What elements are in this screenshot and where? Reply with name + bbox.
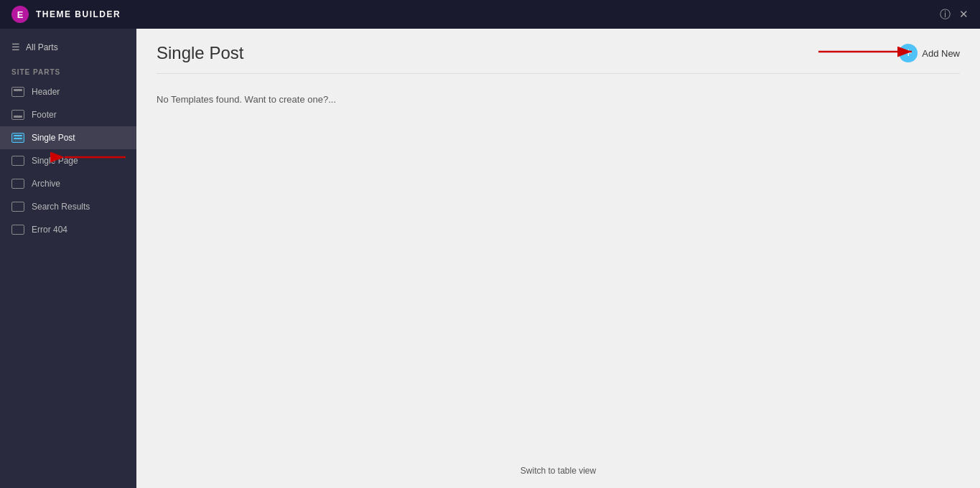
info-icon[interactable]: ⓘ [940, 8, 951, 22]
add-new-label: Add New [922, 48, 960, 59]
sidebar-item-label: Single Page [32, 156, 78, 166]
error-404-icon [11, 225, 24, 235]
single-page-icon [11, 156, 24, 166]
search-results-icon [11, 202, 24, 212]
sidebar-item-label: Header [32, 87, 60, 97]
sidebar-item-label: Archive [32, 179, 60, 189]
sidebar-item-single-post[interactable]: Single Post [0, 126, 136, 149]
footer-icon [11, 110, 24, 120]
app-title: THEME BUILDER [36, 9, 121, 19]
main-header: Single Post + Add New [136, 29, 980, 63]
single-post-icon [11, 133, 24, 143]
sidebar-item-archive[interactable]: Archive [0, 172, 136, 195]
main-body: No Templates found. Want to create one?.… [136, 74, 980, 452]
archive-icon [11, 179, 24, 189]
switch-to-table-view[interactable]: Switch to table view [521, 466, 596, 476]
hamburger-icon: ☰ [11, 42, 20, 52]
add-new-button[interactable]: + Add New [899, 44, 960, 62]
plus-icon: + [899, 44, 918, 62]
sidebar-item-header[interactable]: Header [0, 80, 136, 103]
close-icon[interactable]: ✕ [959, 8, 969, 21]
header-icon [11, 87, 24, 97]
sidebar-item-search-results[interactable]: Search Results [0, 195, 136, 218]
site-parts-section-label: SITE PARTS [0, 60, 136, 80]
sidebar-item-single-page[interactable]: Single Page [0, 149, 136, 172]
sidebar-item-label: Footer [32, 110, 57, 120]
main-content: Single Post + Add New No Templates found… [136, 29, 980, 488]
top-bar: E THEME BUILDER ⓘ ✕ [0, 0, 980, 29]
empty-state-message: No Templates found. Want to create one?.… [157, 94, 960, 105]
sidebar: ☰ All Parts SITE PARTS Header Footer Sin… [0, 29, 136, 488]
sidebar-item-error-404[interactable]: Error 404 [0, 218, 136, 241]
sidebar-item-label: Error 404 [32, 225, 67, 235]
top-bar-left: E THEME BUILDER [11, 6, 121, 23]
all-parts-label: All Parts [26, 42, 58, 52]
sidebar-item-label: Single Post [32, 133, 75, 143]
main-footer: Switch to table view [136, 452, 980, 488]
app-logo: E [11, 6, 29, 23]
top-bar-right: ⓘ ✕ [940, 8, 969, 22]
sidebar-all-parts[interactable]: ☰ All Parts [0, 34, 136, 60]
layout: ☰ All Parts SITE PARTS Header Footer Sin… [0, 29, 980, 488]
page-title: Single Post [157, 43, 243, 63]
sidebar-item-footer[interactable]: Footer [0, 103, 136, 126]
sidebar-item-label: Search Results [32, 202, 90, 212]
